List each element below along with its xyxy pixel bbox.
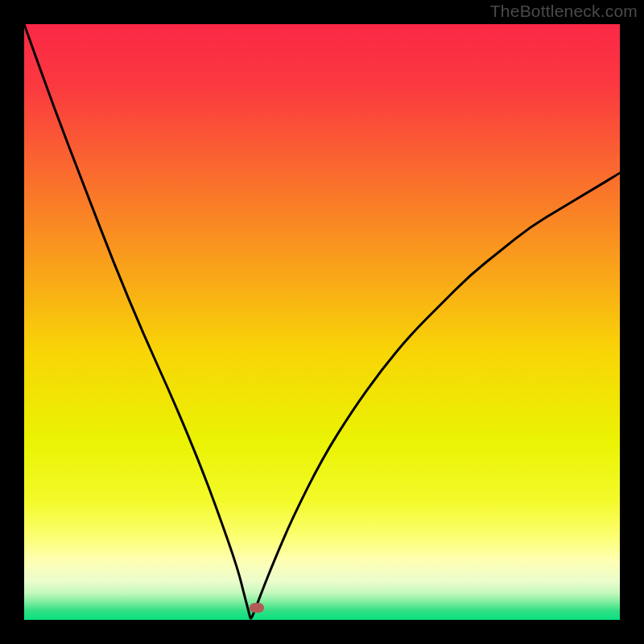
bottleneck-curve <box>24 24 620 620</box>
watermark-text: TheBottleneck.com <box>490 2 638 21</box>
plot-area <box>24 24 620 620</box>
chart-frame: TheBottleneck.com <box>0 0 644 644</box>
optimal-point-marker <box>250 603 264 613</box>
